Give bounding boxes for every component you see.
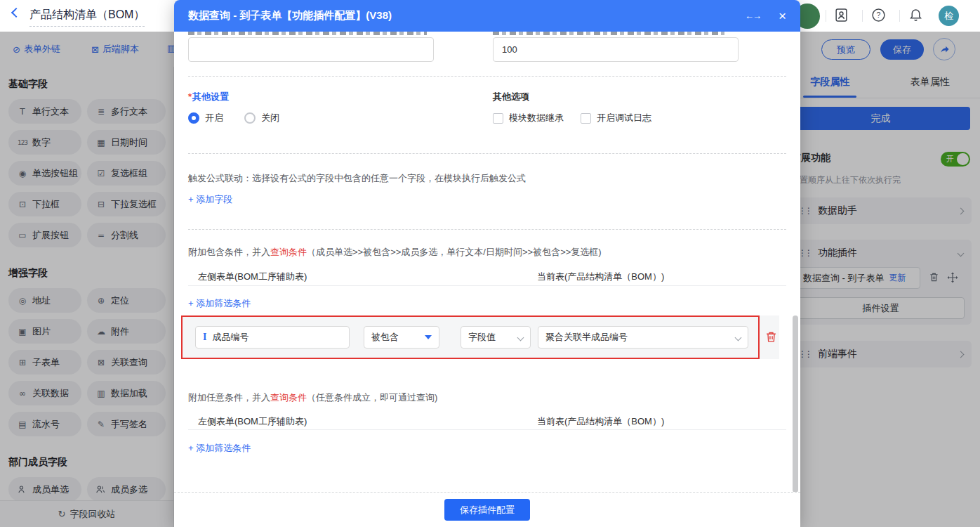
checkbox-module-inherit[interactable]: 模块数据继承 (493, 112, 564, 124)
add-filter-link[interactable]: + 添加筛选条件 (188, 297, 251, 310)
plugin-config-modal: 数据查询 - 到子表单【功能插件配置】(V38) ←→ × *其他设置 开启 关… (174, 0, 800, 527)
current-table-header: 当前表(产品结构清单（BOM）) (537, 415, 664, 428)
radio-enable[interactable]: 开启 (188, 112, 223, 124)
operator-select[interactable]: 被包含 (364, 326, 439, 349)
left-config-input[interactable] (188, 37, 434, 62)
other-options-label: 其他选项 (493, 91, 529, 103)
caret-down-icon (425, 335, 432, 339)
value-field-select[interactable]: 聚合关联半成品编号 (538, 326, 748, 349)
clipped-label (188, 32, 427, 35)
radio-disable[interactable]: 关闭 (244, 112, 279, 124)
add-filter-link[interactable]: + 添加筛选条件 (188, 442, 251, 455)
chevron-down-icon (517, 334, 524, 341)
clipped-label (493, 32, 724, 35)
chevron-down-icon (735, 334, 742, 341)
left-table-header: 左侧表单(BOM工序辅助表) (198, 415, 307, 428)
back-icon[interactable] (11, 8, 21, 18)
query-condition-link[interactable]: 查询条件 (270, 392, 307, 403)
radio-off-icon (244, 112, 256, 124)
condition-field-input[interactable]: I 成品编号 (195, 326, 350, 349)
checkbox-debug-log[interactable]: 开启调试日志 (581, 112, 651, 124)
any-condition-desc: 附加任意条件，并入查询条件（任意条件成立，即可通过查询) (188, 391, 437, 404)
svg-text:?: ? (877, 11, 881, 19)
help-icon[interactable]: ? (871, 8, 887, 23)
checkbox-icon (581, 113, 591, 124)
text-field-icon: I (203, 332, 206, 343)
other-settings-label: *其他设置 (188, 91, 229, 103)
modal-scrollbar-thumb[interactable] (793, 315, 798, 492)
close-icon[interactable]: × (779, 9, 786, 22)
current-table-header: 当前表(产品结构清单（BOM）) (537, 271, 664, 283)
delete-condition-icon[interactable] (765, 331, 777, 343)
contacts-icon[interactable] (834, 8, 849, 23)
form-title[interactable]: 产品结构清单（BOM） (29, 8, 145, 27)
save-plugin-config-button[interactable]: 保存插件配置 (444, 499, 530, 521)
modal-title: 数据查询 - 到子表单【功能插件配置】(V38) (188, 9, 745, 22)
formula-trigger-tip: 触发公式联动：选择设有公式的字段中包含的任意一个字段，在模块执行后触发公式 (188, 172, 526, 185)
bell-icon[interactable] (908, 8, 924, 23)
add-field-link[interactable]: + 添加字段 (188, 193, 232, 206)
modal-footer: 保存插件配置 (174, 492, 800, 527)
radio-on-icon (188, 112, 199, 124)
checkbox-icon (493, 113, 503, 124)
value-type-select[interactable]: 字段值 (461, 326, 531, 349)
include-condition-desc: 附加包含条件，并入查询条件（成员单选>>被包含>>成员多选，单行文本/日期时间>… (188, 246, 602, 259)
query-limit-input[interactable] (493, 37, 739, 62)
expand-icon[interactable]: ←→ (745, 11, 760, 21)
modal-body: *其他设置 开启 关闭 其他选项 模块数据继承 开启调试日志 触发公式 (174, 32, 800, 492)
left-table-header: 左侧表单(BOM工序辅助表) (198, 271, 307, 283)
condition-row: I 成品编号 被包含 字段值 聚合关联半成品编号 (181, 315, 779, 359)
query-condition-link[interactable]: 查询条件 (270, 247, 307, 257)
user-avatar[interactable]: 检 (939, 6, 959, 26)
modal-header: 数据查询 - 到子表单【功能插件配置】(V38) ←→ × (174, 0, 800, 32)
